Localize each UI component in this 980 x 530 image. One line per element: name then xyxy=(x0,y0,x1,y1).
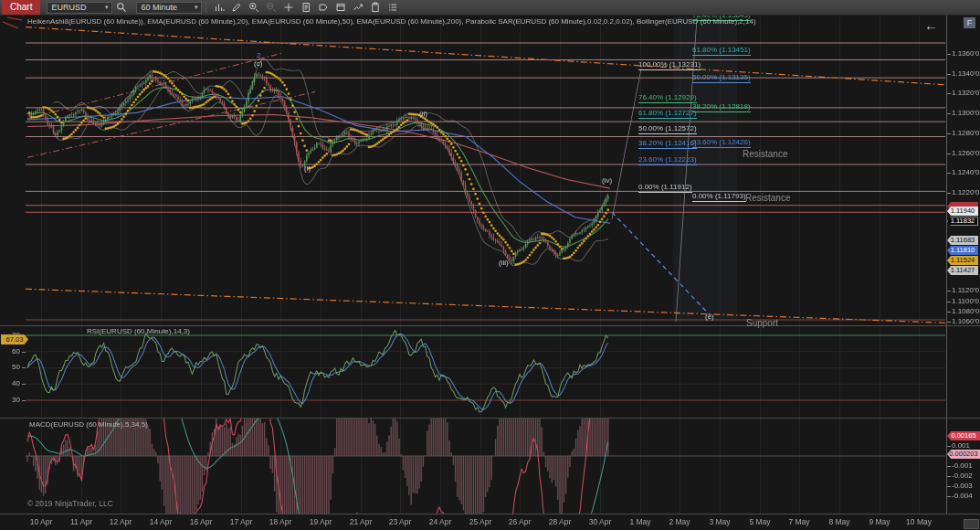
time-axis-label: 10 Apr xyxy=(30,517,53,526)
time-axis-label: 5 May xyxy=(749,517,770,526)
time-axis-label: 30 Apr xyxy=(589,517,612,526)
price-marker: 1.11524 xyxy=(947,256,978,265)
price-tag-icon[interactable] xyxy=(314,1,332,15)
elliott-wave-label: (e) xyxy=(705,313,714,321)
macd-axis-tick: 0.001 xyxy=(952,441,970,450)
price-marker: 1.11940 xyxy=(947,207,978,216)
rsi-axis-tick: 50 xyxy=(5,363,20,371)
elliott-wave-label: 2 xyxy=(257,51,260,59)
zoom-out-icon[interactable] xyxy=(262,1,279,15)
time-axis-label: 2 May xyxy=(669,517,690,526)
price-marker: 1.11810 xyxy=(947,246,978,255)
time-axis-label: 7 May xyxy=(788,517,809,526)
macd-indicator-label: MACD(EURUSD (60 Minute),5,34,5) xyxy=(29,420,148,429)
time-axis-label: 25 Apr xyxy=(469,517,492,526)
panel-separator[interactable] xyxy=(0,325,980,326)
time-axis-label: 23 Apr xyxy=(389,517,412,526)
fib-retracement-label: 61.80% (1.13451) xyxy=(692,46,751,56)
price-axis-tick: 1.1100'0 xyxy=(952,297,979,305)
price-axis-tick: 1.1260'0 xyxy=(952,149,979,157)
elliott-wave-label: (ii) xyxy=(419,110,427,118)
crosshair-icon[interactable] xyxy=(279,1,297,15)
price-axis-tick: 1.1220'0 xyxy=(952,188,979,196)
price-axis-tick: 1.1280'0 xyxy=(952,129,979,137)
fib-retracement-label: 50.00% (1.12572) xyxy=(638,124,697,134)
time-axis-label: 18 Apr xyxy=(269,517,292,526)
time-axis-label: 19 Apr xyxy=(310,517,332,526)
price-axis-tick: 1.1360'0 xyxy=(952,49,979,58)
tab-chart[interactable]: Chart xyxy=(2,0,40,15)
trend-zigzag-icon[interactable] xyxy=(349,1,366,15)
price-axis-tick: 1.1060'0 xyxy=(952,317,979,325)
fib-retracement-label: 23.60% (1.12426) xyxy=(692,138,751,148)
copyright-text: © 2019 NinjaTrader, LLC xyxy=(27,499,113,508)
time-axis-label: 1 May xyxy=(629,517,650,526)
elliott-wave-label: (iv) xyxy=(602,176,612,185)
instrument-selector[interactable]: EURUSD ▾ xyxy=(47,2,112,14)
search-icon[interactable] xyxy=(112,1,130,15)
rsi-indicator-label: RSI(EURUSD (60 Minute),14,3) xyxy=(87,327,190,335)
fib-retracement-label: 76.40% (1.12920) xyxy=(638,93,697,103)
chevron-down-icon: ▾ xyxy=(195,4,198,11)
level-text-label: Support xyxy=(746,318,778,328)
time-axis-label: 8 May xyxy=(828,517,849,526)
macd-axis-tick: -0.003 xyxy=(952,482,973,490)
zoom-in-icon[interactable] xyxy=(245,1,262,15)
data-page-icon[interactable] xyxy=(297,1,314,15)
favorites-badge[interactable]: F xyxy=(964,17,975,28)
time-axis-label: 3 May xyxy=(709,517,730,526)
properties-icon[interactable] xyxy=(384,1,401,15)
price-marker: 1.11683 xyxy=(947,236,978,245)
time-axis-label: 16 Apr xyxy=(190,517,213,526)
rsi-axis-tick: 40 xyxy=(5,379,20,387)
price-axis-tick: 1.1120'0 xyxy=(952,286,979,294)
time-axis-label: 24 Apr xyxy=(429,517,452,526)
fib-retracement-label: 0.00% (1.11793) xyxy=(692,192,746,202)
rsi-axis-tick: 60 xyxy=(5,347,20,355)
instrument-label: EURUSD xyxy=(51,3,86,12)
price-indicator-label: HeikenAshi8(EURUSD (60 Minute)), EMA(EUR… xyxy=(27,17,756,26)
toolbar-separator xyxy=(205,2,206,13)
time-axis-label: 9 May xyxy=(869,517,890,526)
fib-retracement-label: 0.00% (1.11912) xyxy=(638,183,692,193)
chart-window: Chart EURUSD ▾ 60 Minute ▾ HeikenAshi8(E… xyxy=(0,0,980,530)
panel-separator[interactable] xyxy=(0,418,980,419)
back-arrow-icon[interactable]: ← xyxy=(924,18,938,33)
chevron-down-icon: ▾ xyxy=(105,4,109,11)
time-axis-label: 28 Apr xyxy=(549,517,572,526)
draw-icon[interactable] xyxy=(227,1,245,15)
elliott-wave-label: (i) xyxy=(304,164,311,173)
macd-axis-tick: -0.002 xyxy=(952,472,973,480)
fib-retracement-label: 100.00% (1.13231) xyxy=(638,60,701,70)
interval-selector[interactable]: 60 Minute ▾ xyxy=(136,2,202,14)
interval-label: 60 Minute xyxy=(141,3,177,12)
price-axis-tick: 1.1300'0 xyxy=(952,109,979,117)
fib-retracement-label: 38.20% (1.12416) xyxy=(638,139,697,149)
price-marker: 1.11832 xyxy=(947,217,978,226)
elliott-wave-label: (iii) xyxy=(499,259,509,267)
time-axis-label: 26 Apr xyxy=(509,517,532,526)
level-text-label: Resistance xyxy=(745,193,790,203)
toolbar: Chart EURUSD ▾ 60 Minute ▾ xyxy=(0,0,980,16)
fib-retracement-label: 61.80% (1.12727) xyxy=(638,109,697,119)
chart-canvas[interactable] xyxy=(0,0,980,530)
rsi-axis-tick: 30 xyxy=(5,396,20,404)
price-marker: 1.11427 xyxy=(947,266,978,275)
fib-retracement-label: 50.00% (1.13135) xyxy=(692,73,751,83)
time-axis-label: 14 Apr xyxy=(150,517,173,526)
window-icon[interactable] xyxy=(332,1,349,15)
chart-style-icon[interactable] xyxy=(210,1,227,15)
price-axis-tick: 1.1080'0 xyxy=(952,307,979,315)
fib-retracement-label: 38.20% (1.12818) xyxy=(692,102,751,112)
time-axis-label: 21 Apr xyxy=(350,517,373,526)
macd-axis-tick: -0.004 xyxy=(952,492,973,500)
rsi-value-marker: 67.03 xyxy=(1,334,28,344)
price-axis-tick: 1.1340'0 xyxy=(952,69,979,78)
corner-resize-box[interactable] xyxy=(964,519,979,529)
time-axis-label: 17 Apr xyxy=(230,517,253,526)
price-axis-tick: 1.1240'0 xyxy=(952,168,979,176)
price-axis-tick: 1.1320'0 xyxy=(952,89,979,97)
price-axis-border xyxy=(946,16,947,514)
time-axis-label: 10 May xyxy=(906,517,932,526)
report-icon[interactable] xyxy=(366,1,384,15)
